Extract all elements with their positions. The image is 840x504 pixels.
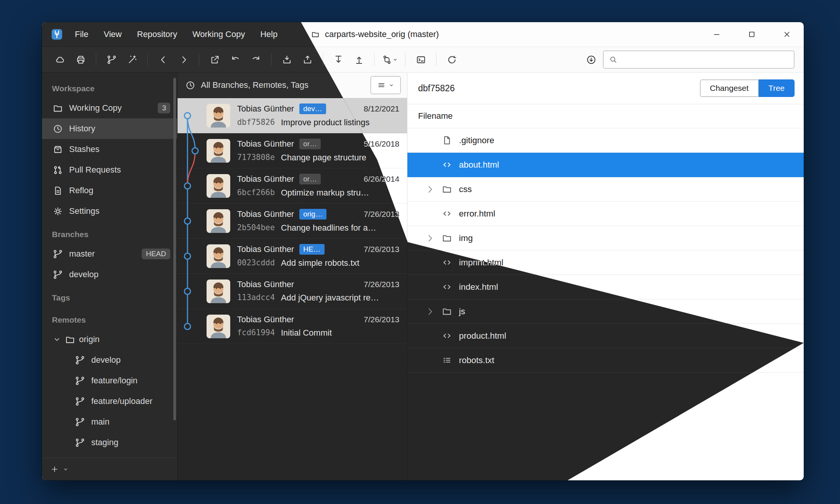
redo-button[interactable] bbox=[247, 51, 265, 68]
file-icon bbox=[442, 135, 452, 145]
sidebar-item-working-copy[interactable]: Working Copy 3 bbox=[42, 98, 177, 118]
sidebar-branch-master[interactable]: master HEAD bbox=[42, 244, 177, 264]
chevron-right-icon[interactable] bbox=[425, 307, 435, 317]
branch-badge: or… bbox=[299, 174, 321, 184]
folder-name: img bbox=[459, 233, 473, 243]
menu-working-copy[interactable]: Working Copy bbox=[185, 22, 253, 47]
commit-date: 7/26/2013 bbox=[364, 280, 399, 289]
folder-row[interactable]: css bbox=[407, 177, 804, 202]
code-file-icon bbox=[442, 282, 452, 292]
avatar bbox=[207, 174, 230, 198]
quick-action-button[interactable] bbox=[123, 51, 141, 68]
terminal-button[interactable] bbox=[412, 51, 430, 68]
commit-row[interactable]: Tobias Günther 7/26/2013 fcd61994 Initia… bbox=[178, 309, 407, 344]
sidebar-remote-branch-feature-login[interactable]: feature/login bbox=[42, 370, 177, 391]
toolbar-separator bbox=[405, 53, 405, 66]
back-button[interactable] bbox=[154, 51, 172, 68]
branch-label: staging bbox=[91, 438, 170, 447]
commit-row[interactable]: Tobias Günther HE… 7/26/2013 0023cddd Ad… bbox=[178, 239, 407, 274]
forward-button[interactable] bbox=[175, 51, 192, 68]
compare-branches-button[interactable] bbox=[381, 51, 399, 68]
plus-icon bbox=[50, 465, 59, 473]
branch-label: master bbox=[69, 249, 136, 259]
sidebar-item-settings[interactable]: Settings bbox=[42, 201, 177, 221]
commit-message: Add jQuery javascript re… bbox=[281, 293, 379, 303]
clock-icon bbox=[53, 124, 63, 134]
commit-row[interactable]: Tobias Günther 7/26/2013 113adcc4 Add jQ… bbox=[178, 274, 407, 309]
share-icon bbox=[210, 55, 220, 65]
maximize-button[interactable] bbox=[741, 22, 762, 47]
sidebar-item-stashes[interactable]: Stashes bbox=[42, 139, 177, 160]
minimize-button[interactable] bbox=[706, 22, 727, 47]
folder-name: js bbox=[459, 307, 465, 317]
branch-icon bbox=[75, 355, 85, 365]
stash-button[interactable] bbox=[278, 51, 296, 68]
search-input[interactable] bbox=[621, 55, 788, 65]
history-options-dropdown[interactable] bbox=[370, 76, 401, 94]
folder-icon bbox=[311, 30, 320, 39]
fork-app-window: File View Repository Working Copy Help c… bbox=[42, 22, 804, 480]
menu-view[interactable]: View bbox=[96, 22, 129, 47]
download-circle-icon bbox=[586, 55, 596, 65]
file-row[interactable]: error.html bbox=[407, 202, 804, 226]
menu-help[interactable]: Help bbox=[253, 22, 285, 47]
avatar bbox=[207, 209, 230, 233]
add-repository-row[interactable] bbox=[42, 458, 177, 480]
close-button[interactable] bbox=[776, 22, 798, 47]
chevron-right-icon[interactable] bbox=[425, 184, 435, 194]
branch-icon bbox=[107, 55, 117, 65]
chevron-right-icon[interactable] bbox=[425, 233, 435, 243]
menu-file[interactable]: File bbox=[67, 22, 96, 47]
commit-author: Tobias Günther bbox=[237, 244, 294, 254]
search-icon bbox=[609, 55, 617, 64]
sidebar-remote-branch-staging[interactable]: staging bbox=[42, 432, 177, 453]
tree-tab[interactable]: Tree bbox=[759, 79, 795, 97]
file-row[interactable]: .gitignore bbox=[407, 128, 804, 153]
pull-button[interactable] bbox=[330, 51, 347, 68]
commit-author: Tobias Günther bbox=[237, 139, 294, 149]
pop-stash-button[interactable] bbox=[299, 51, 316, 68]
repo-title: carparts-website_orig (master) bbox=[325, 29, 439, 39]
toolbar-separator bbox=[436, 53, 436, 66]
folder-row[interactable]: img bbox=[407, 226, 804, 250]
refresh-button[interactable] bbox=[443, 51, 460, 68]
fetch-cloud-button[interactable] bbox=[51, 51, 69, 68]
sidebar-item-reflog[interactable]: Reflog bbox=[42, 180, 177, 201]
changeset-tab[interactable]: Changeset bbox=[700, 79, 759, 97]
branch-badge: or… bbox=[299, 139, 321, 149]
open-external-button[interactable] bbox=[206, 51, 223, 68]
commit-row[interactable]: Tobias Günther orig… 7/26/2013 2b504bee … bbox=[178, 204, 407, 239]
commit-author: Tobias Günther bbox=[237, 315, 294, 325]
commit-hash: 6bcf266b bbox=[237, 188, 275, 198]
file-panel-header: dbf75826 Changeset Tree bbox=[407, 73, 804, 104]
push-button[interactable] bbox=[350, 51, 368, 68]
branch-badge: orig… bbox=[299, 209, 326, 220]
sidebar-remote-branch-main[interactable]: main bbox=[42, 412, 177, 432]
file-row[interactable]: robots.txt bbox=[407, 348, 804, 373]
create-branch-button[interactable] bbox=[103, 51, 120, 68]
sidebar-item-pull-requests[interactable]: Pull Requests bbox=[42, 160, 177, 180]
sidebar-remote-branch-develop[interactable]: develop bbox=[42, 350, 177, 370]
magic-wand-icon bbox=[127, 55, 137, 65]
avatar bbox=[207, 104, 230, 128]
branch-icon bbox=[53, 270, 63, 280]
commit-list: Tobias Günther dev… 8/12/2021 dbf75826 I… bbox=[178, 98, 407, 480]
sidebar-item-label: Stashes bbox=[69, 144, 170, 154]
undo-button[interactable] bbox=[226, 51, 244, 68]
folder-icon bbox=[65, 334, 75, 345]
print-button[interactable] bbox=[72, 51, 89, 68]
sidebar-item-history[interactable]: History bbox=[42, 118, 177, 139]
branch-label: main bbox=[91, 417, 170, 427]
toolbar-separator bbox=[374, 53, 375, 66]
update-available-button[interactable] bbox=[582, 51, 600, 68]
sidebar-remote-origin[interactable]: origin bbox=[42, 329, 177, 350]
search-box[interactable] bbox=[603, 50, 795, 69]
sidebar-item-label: Reflog bbox=[69, 186, 170, 195]
sidebar-branch-develop[interactable]: develop bbox=[42, 264, 177, 285]
commit-row[interactable]: Tobias Günther or… 6/26/2014 6bcf266b Op… bbox=[178, 168, 407, 204]
menu-repository[interactable]: Repository bbox=[129, 22, 185, 47]
sidebar-remote-branch-feature-uploader[interactable]: feature/uploader bbox=[42, 391, 177, 412]
commit-id-label: dbf75826 bbox=[418, 83, 700, 94]
sidebar-scrollbar[interactable] bbox=[173, 78, 176, 420]
file-row-selected[interactable]: about.html bbox=[407, 153, 804, 177]
